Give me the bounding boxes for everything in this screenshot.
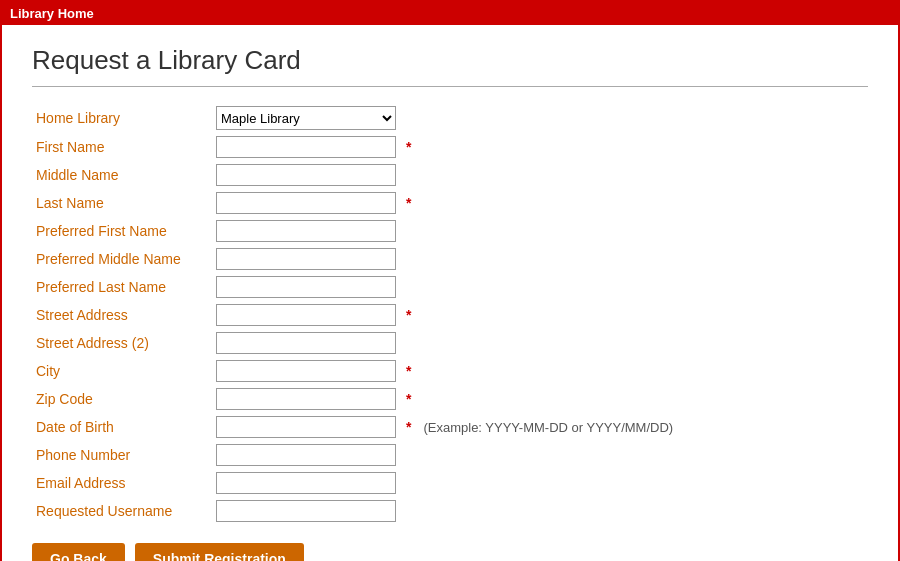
label-date-of-birth: Date of Birth — [32, 413, 212, 441]
required-zip-code: * — [402, 385, 415, 413]
label-preferred-middle-name: Preferred Middle Name — [32, 245, 212, 273]
label-city: City — [32, 357, 212, 385]
input-first-name[interactable] — [216, 136, 396, 158]
label-street-address: Street Address — [32, 301, 212, 329]
hint-zip-code — [415, 385, 677, 413]
label-last-name: Last Name — [32, 189, 212, 217]
select-home-library[interactable]: Maple Library — [216, 106, 396, 130]
required-phone-number — [402, 441, 415, 469]
app-window: Library Home Request a Library Card Home… — [0, 0, 900, 561]
hint-preferred-last-name — [415, 273, 677, 301]
required-city: * — [402, 357, 415, 385]
title-bar: Library Home — [2, 2, 898, 25]
label-middle-name: Middle Name — [32, 161, 212, 189]
field-email-address — [212, 469, 402, 497]
registration-form: Home LibraryMaple LibraryFirst Name*Midd… — [32, 103, 677, 525]
main-content: Request a Library Card Home LibraryMaple… — [2, 25, 898, 561]
label-email-address: Email Address — [32, 469, 212, 497]
page-heading: Request a Library Card — [32, 45, 868, 76]
required-preferred-middle-name — [402, 245, 415, 273]
hint-preferred-first-name — [415, 217, 677, 245]
required-middle-name — [402, 161, 415, 189]
input-preferred-first-name[interactable] — [216, 220, 396, 242]
label-phone-number: Phone Number — [32, 441, 212, 469]
divider — [32, 86, 868, 87]
required-home-library — [402, 103, 415, 133]
field-street-address-2 — [212, 329, 402, 357]
label-preferred-last-name: Preferred Last Name — [32, 273, 212, 301]
label-preferred-first-name: Preferred First Name — [32, 217, 212, 245]
input-date-of-birth[interactable] — [216, 416, 396, 438]
required-preferred-first-name — [402, 217, 415, 245]
required-first-name: * — [402, 133, 415, 161]
hint-phone-number — [415, 441, 677, 469]
input-preferred-last-name[interactable] — [216, 276, 396, 298]
field-preferred-middle-name — [212, 245, 402, 273]
field-preferred-last-name — [212, 273, 402, 301]
required-last-name: * — [402, 189, 415, 217]
form-buttons: Go Back Submit Registration — [32, 543, 868, 561]
field-requested-username — [212, 497, 402, 525]
input-city[interactable] — [216, 360, 396, 382]
field-zip-code — [212, 385, 402, 413]
input-phone-number[interactable] — [216, 444, 396, 466]
required-preferred-last-name — [402, 273, 415, 301]
field-first-name — [212, 133, 402, 161]
label-zip-code: Zip Code — [32, 385, 212, 413]
hint-middle-name — [415, 161, 677, 189]
required-date-of-birth: * — [402, 413, 415, 441]
required-email-address — [402, 469, 415, 497]
hint-requested-username — [415, 497, 677, 525]
title-bar-label: Library Home — [10, 6, 94, 21]
label-requested-username: Requested Username — [32, 497, 212, 525]
hint-first-name — [415, 133, 677, 161]
hint-preferred-middle-name — [415, 245, 677, 273]
input-street-address-2[interactable] — [216, 332, 396, 354]
field-home-library: Maple Library — [212, 103, 402, 133]
hint-street-address-2 — [415, 329, 677, 357]
hint-street-address — [415, 301, 677, 329]
hint-email-address — [415, 469, 677, 497]
hint-home-library — [415, 103, 677, 133]
input-email-address[interactable] — [216, 472, 396, 494]
required-street-address: * — [402, 301, 415, 329]
required-street-address-2 — [402, 329, 415, 357]
field-phone-number — [212, 441, 402, 469]
hint-last-name — [415, 189, 677, 217]
field-date-of-birth — [212, 413, 402, 441]
hint-city — [415, 357, 677, 385]
input-middle-name[interactable] — [216, 164, 396, 186]
submit-button[interactable]: Submit Registration — [135, 543, 304, 561]
hint-date-of-birth: (Example: YYYY-MM-DD or YYYY/MM/DD) — [415, 413, 677, 441]
field-last-name — [212, 189, 402, 217]
input-last-name[interactable] — [216, 192, 396, 214]
label-street-address-2: Street Address (2) — [32, 329, 212, 357]
required-requested-username — [402, 497, 415, 525]
field-city — [212, 357, 402, 385]
label-first-name: First Name — [32, 133, 212, 161]
input-street-address[interactable] — [216, 304, 396, 326]
label-home-library: Home Library — [32, 103, 212, 133]
field-street-address — [212, 301, 402, 329]
field-middle-name — [212, 161, 402, 189]
input-requested-username[interactable] — [216, 500, 396, 522]
input-preferred-middle-name[interactable] — [216, 248, 396, 270]
field-preferred-first-name — [212, 217, 402, 245]
input-zip-code[interactable] — [216, 388, 396, 410]
go-back-button[interactable]: Go Back — [32, 543, 125, 561]
